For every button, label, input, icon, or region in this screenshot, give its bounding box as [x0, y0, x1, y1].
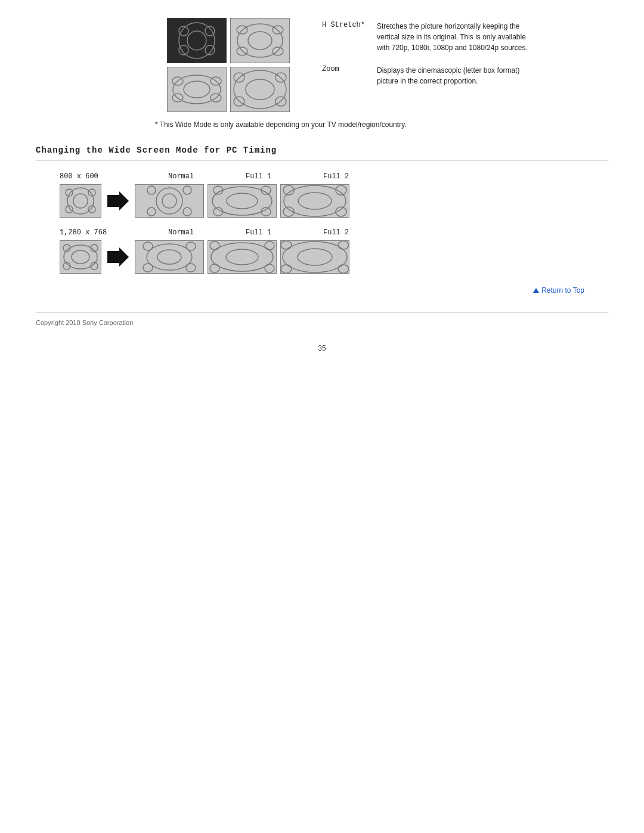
normal-1280x768 [135, 240, 204, 274]
zoom-text: Displays the cinemascopic (letter box fo… [377, 65, 519, 86]
return-to-top-label: Return to Top [541, 286, 584, 295]
copyright: Copyright 2010 Sony Corporation [36, 319, 608, 326]
src-800x600 [60, 184, 101, 218]
full2-label-2: Full 2 [323, 228, 401, 237]
full2-label-1: Full 2 [323, 172, 401, 181]
svg-rect-14 [167, 67, 227, 112]
svg-rect-79 [280, 240, 349, 274]
zoom-result [230, 67, 290, 112]
svg-rect-36 [135, 184, 204, 218]
zoom-source [167, 67, 227, 112]
svg-marker-64 [107, 247, 129, 267]
arrow-1280x768 [106, 240, 130, 274]
return-to-top[interactable]: Return to Top [36, 286, 584, 295]
zoom-desc: Zoom Displays the cinemascopic (letter b… [322, 65, 528, 86]
svg-rect-50 [280, 184, 349, 218]
res-800x600-label: 800 x 600 [60, 172, 131, 181]
pc-row-800x600-labels: 800 x 600 Normal Full 1 Full 2 [60, 172, 608, 181]
svg-rect-0 [167, 18, 227, 63]
normal-label-1: Normal [168, 172, 246, 181]
bottom-divider [36, 312, 608, 313]
pc-row-1280x768: 1,280 x 768 Normal Full 1 Full 2 [60, 228, 608, 274]
full1-label-1: Full 1 [246, 172, 323, 181]
zoom-label: Zoom [322, 65, 370, 86]
normal-800x600 [135, 184, 204, 218]
h-stretch-desc: H Stretch* Stretches the picture horizon… [322, 21, 528, 53]
return-to-top-link[interactable]: Return to Top [533, 286, 584, 295]
mode-descriptions: H Stretch* Stretches the picture horizon… [322, 18, 528, 112]
h-stretch-label: H Stretch* [322, 21, 370, 53]
section-heading: Changing the Wide Screen Mode for PC Tim… [36, 145, 608, 160]
svg-rect-72 [208, 240, 277, 274]
src-1280x768 [60, 240, 101, 274]
footnote: * This Wide Mode is only available depen… [155, 120, 608, 129]
pc-row-800x600-diagrams [60, 184, 608, 218]
res-1280x768-label: 1,280 x 768 [60, 228, 131, 237]
triangle-up-icon [533, 288, 539, 293]
svg-marker-35 [107, 191, 129, 210]
full1-label-2: Full 1 [246, 228, 323, 237]
svg-rect-28 [60, 184, 101, 218]
pc-row-800x600: 800 x 600 Normal Full 1 Full 2 [60, 172, 608, 218]
svg-rect-43 [208, 184, 277, 218]
svg-rect-21 [230, 67, 290, 112]
full2-800x600 [280, 184, 349, 218]
h-stretch-result-1 [230, 18, 290, 63]
full2-1280x768 [280, 240, 349, 274]
arrow-800x600 [106, 184, 130, 218]
h-stretch-source-1 [167, 18, 227, 63]
pc-row-1280x768-labels: 1,280 x 768 Normal Full 1 Full 2 [60, 228, 608, 237]
pc-row-1280x768-diagrams [60, 240, 608, 274]
normal-label-2: Normal [168, 228, 246, 237]
h-stretch-text: Stretches the picture horizontally keepi… [377, 21, 528, 53]
page-number: 35 [36, 344, 608, 352]
full1-1280x768 [208, 240, 277, 274]
svg-rect-65 [135, 240, 204, 274]
pc-timing-section: 800 x 600 Normal Full 1 Full 2 [60, 172, 608, 274]
svg-rect-7 [230, 18, 290, 63]
full1-800x600 [208, 184, 277, 218]
